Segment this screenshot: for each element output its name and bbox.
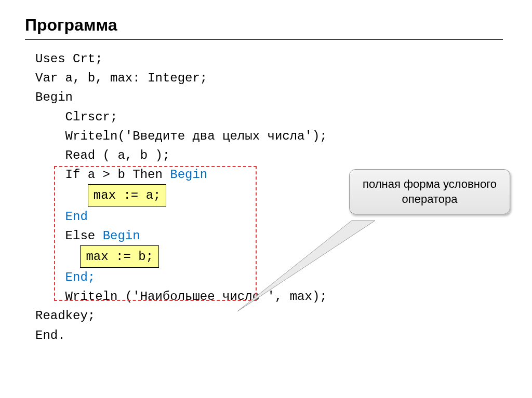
code-line: Uses Crt; bbox=[35, 49, 511, 68]
highlight-max-b: max := b; bbox=[80, 245, 159, 268]
keyword-begin: Begin bbox=[170, 168, 207, 182]
code-line: Readkey; bbox=[35, 306, 511, 325]
title-underline bbox=[25, 39, 503, 40]
code-line: Else Begin bbox=[35, 226, 511, 245]
code-line: Clrscr; bbox=[35, 107, 511, 127]
code-line: max := b; bbox=[35, 245, 511, 268]
callout-bubble: полная форма условного оператора bbox=[349, 169, 510, 214]
code-line: Read ( a, b ); bbox=[35, 146, 511, 165]
page-title: Программа bbox=[25, 16, 511, 35]
keyword-begin: Begin bbox=[103, 229, 140, 243]
keyword-end: End; bbox=[35, 268, 511, 287]
code-line: Var a, b, max: Integer; bbox=[35, 68, 511, 88]
code-line: Writeln('Введите два целых числа'); bbox=[35, 127, 511, 146]
code-line: Begin bbox=[35, 88, 511, 107]
code-line: End. bbox=[35, 326, 511, 345]
highlight-max-a: max := a; bbox=[88, 184, 167, 207]
code-line: Writeln ('Наибольшее число ', max); bbox=[35, 287, 511, 306]
